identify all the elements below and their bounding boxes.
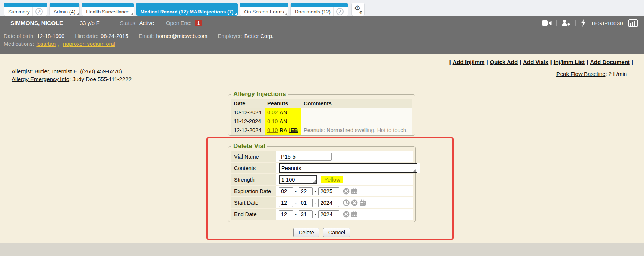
tab-accent-strip xyxy=(291,3,348,7)
tab-summary[interactable]: Summary ↗ xyxy=(4,3,47,16)
open-encounters-badge[interactable]: 1 xyxy=(195,20,202,26)
injection-dose-cell: 0.02 AN xyxy=(265,108,301,117)
contents-input[interactable] xyxy=(279,163,417,173)
dose-link[interactable]: 0.10 xyxy=(267,118,278,124)
allergy-emergency-info-link[interactable]: Allergy Emergency Info xyxy=(12,76,69,82)
tab-dropdown-corner-icon[interactable] xyxy=(76,13,79,15)
patient-name: SIMMONS, NICOLE xyxy=(10,20,63,26)
peak-flow-baseline: Peak Flow Baseline: 2 L/min xyxy=(556,71,627,77)
tab-dropdown-corner-icon[interactable] xyxy=(285,13,287,15)
tab-documents[interactable]: Documents (12) ↗ xyxy=(290,3,348,16)
column-header-date: Date xyxy=(231,99,265,108)
end-month-input[interactable] xyxy=(279,210,293,218)
tab-health-surveillance[interactable]: Health Surveillance xyxy=(82,3,134,16)
reaction-code-link[interactable]: IEB xyxy=(289,127,298,133)
link-separator: | xyxy=(520,59,521,65)
link-separator: | xyxy=(587,59,588,65)
status-value: Active xyxy=(139,20,154,26)
injection-dose-cell: 0.10 AN xyxy=(265,117,301,126)
contents-label: Contents xyxy=(231,163,276,173)
injection-date: 10-12-2024 xyxy=(231,108,265,117)
medication-link-losartan[interactable]: losartan xyxy=(36,41,56,47)
start-year-input[interactable] xyxy=(318,199,339,207)
date-separator: - xyxy=(315,211,316,217)
clear-date-icon[interactable] xyxy=(343,211,350,218)
cancel-button[interactable]: Cancel xyxy=(323,228,350,237)
chart-content-area: |Add Inj/Imm|Quick Add|Add Vials|Inj/Imm… xyxy=(0,54,644,256)
expiration-month-input[interactable] xyxy=(279,187,293,195)
end-date-row: End Date -- xyxy=(231,209,413,220)
strength-label: Strength xyxy=(231,174,276,185)
allergy-injections-title: Allergy Injections xyxy=(231,90,288,98)
delete-button[interactable]: Delete xyxy=(293,228,319,237)
start-date-row: Start Date -- xyxy=(231,197,413,208)
tab-accent-strip xyxy=(4,3,47,7)
medication-link-naproxen[interactable]: naproxen sodium oral xyxy=(63,41,115,47)
tab-admin-label: Admin (4) xyxy=(54,9,76,15)
quick-links-bar: |Add Inj/Imm|Quick Add|Add Vials|Inj/Imm… xyxy=(447,59,635,65)
open-in-popup-icon[interactable]: ↗ xyxy=(336,8,344,15)
quick-add-link[interactable]: Quick Add xyxy=(490,59,518,65)
employer-value: Better Corp. xyxy=(244,33,274,39)
strength-color-note: Yellow xyxy=(321,176,343,183)
tab-medical-record-label: Medical Record (17):MAR/Injections (7) xyxy=(141,9,234,15)
end-date-label: End Date xyxy=(231,209,276,220)
lightning-bolt-icon[interactable] xyxy=(581,19,586,27)
end-year-input[interactable] xyxy=(318,210,339,218)
open-in-popup-icon[interactable]: ↗ xyxy=(35,8,43,15)
calendar-icon[interactable] xyxy=(351,188,358,195)
start-day-input[interactable] xyxy=(299,199,313,207)
clear-date-icon[interactable] xyxy=(351,199,358,206)
clock-icon[interactable] xyxy=(343,199,350,206)
date-separator: - xyxy=(295,200,297,206)
inj-imm-list-link[interactable]: Inj/Imm List xyxy=(554,59,585,65)
peak-flow-baseline-value: : 2 L/min xyxy=(605,71,627,77)
tab-accent-strip xyxy=(82,3,133,7)
tab-medical-record-active[interactable]: Medical Record (17):MAR/Injections (7) xyxy=(136,3,238,16)
expiration-day-input[interactable] xyxy=(299,187,313,195)
gear-small-icon: ⚙ xyxy=(359,10,363,15)
add-person-icon[interactable] xyxy=(562,20,571,26)
dose-link[interactable]: 0.10 xyxy=(267,127,278,133)
tab-dropdown-corner-icon[interactable] xyxy=(131,13,133,15)
injection-dose-cell: 0.10 RA IEB xyxy=(265,126,301,135)
allergy-emergency-value: : Judy Doe 555-111-2222 xyxy=(69,76,132,82)
email-label: Email: xyxy=(139,33,154,39)
email-value: horner@mieweb.com xyxy=(156,33,208,39)
reaction-code-link[interactable]: AN xyxy=(280,118,287,124)
link-separator: | xyxy=(486,59,488,65)
demographics-strip: Date of birth: 12-18-1990 Hire date: 08-… xyxy=(0,30,644,54)
add-document-link[interactable]: Add Document xyxy=(590,59,630,65)
injection-comment xyxy=(301,108,412,117)
start-month-input[interactable] xyxy=(279,199,293,207)
expiration-year-input[interactable] xyxy=(318,187,339,195)
add-vials-link[interactable]: Add Vials xyxy=(523,59,548,65)
link-separator: | xyxy=(632,59,633,65)
allergist-link[interactable]: Allergist xyxy=(12,68,31,74)
tab-admin[interactable]: Admin (4) xyxy=(49,3,80,16)
contents-row: Contents xyxy=(231,163,413,173)
open-enc-label: Open Enc: xyxy=(166,20,192,26)
tab-on-screen-forms[interactable]: On Screen Forms xyxy=(240,3,288,16)
flowsheet-chart-icon[interactable] xyxy=(628,19,638,27)
vial-name-input[interactable] xyxy=(279,153,332,161)
tab-settings-button[interactable]: ⚙ ⚙ xyxy=(351,3,365,16)
reaction-code-link[interactable]: AN xyxy=(280,109,287,115)
patient-banner: SIMMONS, NICOLE 33 y/o F Status: Active … xyxy=(0,16,644,30)
strength-input[interactable] xyxy=(279,175,317,184)
clear-date-icon[interactable] xyxy=(343,188,350,195)
injection-date: 11-12-2024 xyxy=(231,117,265,126)
peak-flow-baseline-link[interactable]: Peak Flow Baseline xyxy=(556,71,606,77)
end-day-input[interactable] xyxy=(299,210,313,218)
tab-dropdown-corner-icon[interactable] xyxy=(234,13,237,15)
page-bottom-strip xyxy=(0,243,644,256)
video-camera-icon[interactable] xyxy=(542,20,552,26)
calendar-icon[interactable] xyxy=(359,199,366,206)
medication-separator: , xyxy=(58,41,61,47)
add-inj-imm-link[interactable]: Add Inj/Imm xyxy=(453,59,485,65)
patient-age-sex: 33 y/o F xyxy=(80,20,99,26)
medications-label: Medications: xyxy=(4,41,34,47)
dose-link[interactable]: 0.02 xyxy=(267,109,278,115)
calendar-icon[interactable] xyxy=(351,211,358,218)
column-header-peanuts-link[interactable]: Peanuts xyxy=(267,100,288,106)
